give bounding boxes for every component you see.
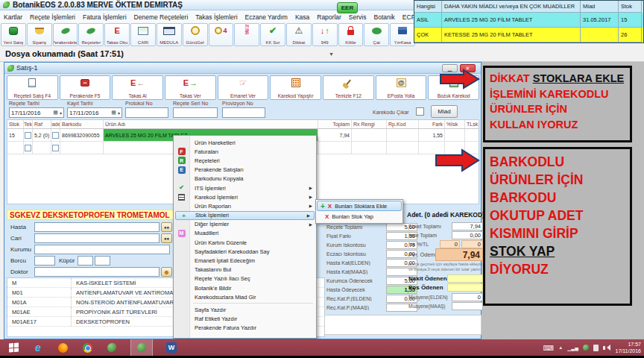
- menu-kartlar[interactable]: Kartlar: [0, 13, 26, 21]
- siparis-button[interactable]: Sipariş: [27, 23, 52, 46]
- dikkat-button[interactable]: ⚠Dikkat: [286, 23, 312, 46]
- menu-fatura-islemleri[interactable]: Fatura İşlemleri: [79, 13, 130, 21]
- menu-item-urun-kartini-duzenle[interactable]: Ürün Kartını Düzenle: [174, 238, 316, 247]
- menu-item-raf-etiketi-yazdir[interactable]: Raf Etiketi Yazdır: [174, 315, 316, 324]
- receteli-satis-button[interactable]: Reçeteli Satış F4: [7, 75, 58, 100]
- menu-item-takaslarini-bul[interactable]: Takaslarını Bul: [174, 266, 316, 274]
- nakit-odenen-input[interactable]: [447, 274, 483, 283]
- cari-search-button[interactable]: ●●: [161, 233, 172, 243]
- submenu-item-stoklara-ekle[interactable]: +XBunları Stoklara Ekle: [317, 201, 402, 211]
- counter-button[interactable]: 741935: [234, 23, 259, 46]
- clock-4-button[interactable]: 4: [209, 23, 234, 46]
- takas-al-button[interactable]: E←Takas Al: [112, 75, 163, 100]
- menu-eczane-yardim[interactable]: Eczane Yardım: [242, 13, 291, 21]
- menu-item-urun-hareketleri[interactable]: Ürün Hareketleri: [174, 138, 316, 147]
- menu-botanik[interactable]: Botanik: [370, 13, 398, 21]
- takas-oku-button[interactable]: ETakas Oku: [104, 23, 130, 46]
- isk-pct-input[interactable]: 0: [440, 240, 460, 248]
- perakendeler-button[interactable]: Perakendeler: [53, 23, 78, 46]
- menu-servis[interactable]: Servis: [345, 13, 370, 21]
- menu-item-its-islemleri[interactable]: ✔ITS İşlemleri▶: [174, 183, 316, 192]
- hasta-search-button[interactable]: ●●: [161, 222, 172, 232]
- tek-checkbox[interactable]: [25, 145, 31, 151]
- takas-ver-button[interactable]: E→Takas Ver: [165, 75, 216, 100]
- menu-item-recete-yazili-ilaci-sec[interactable]: Reçete Yazılı İlacı Seç: [174, 274, 316, 283]
- menu-item-muadilleri[interactable]: MMuadilleri: [174, 229, 316, 238]
- recete-seri-no-input[interactable]: [173, 107, 218, 118]
- menu-deneme-receteleri[interactable]: Deneme Reçeteleri: [130, 13, 192, 21]
- cari-input[interactable]: [34, 233, 160, 243]
- taskbar-clock[interactable]: 17:57 17/11/2016: [615, 341, 641, 354]
- isk-tl-input[interactable]: 0: [461, 240, 483, 248]
- cat-button[interactable]: Çat: [364, 23, 389, 46]
- kk-sor-button[interactable]: ✔KK Sor: [260, 23, 285, 46]
- karekodu-cikar-checkbox[interactable]: [416, 107, 424, 116]
- tray-flag-icon[interactable]: [593, 345, 599, 351]
- speaker-icon[interactable]: [603, 345, 610, 351]
- menu-item-botanike-bildir[interactable]: Botanik'e Bildir: [174, 283, 316, 292]
- taskbar-app-green[interactable]: [106, 342, 118, 354]
- karekod-yapistir-button[interactable]: Karekod Yapıştır: [270, 75, 321, 100]
- network-signal-icon[interactable]: ▁▃▅: [567, 345, 578, 351]
- kayit-tarihi-input[interactable]: 17/11/2016▦▾: [67, 107, 122, 118]
- temizle-button[interactable]: Temizle F12: [323, 75, 374, 100]
- borcu-input[interactable]: [34, 256, 55, 266]
- menu-item-sayfadakileri-karekoddan-say[interactable]: Sayfadakileri Karekoddan Say: [174, 247, 316, 256]
- menu-item-faturalari[interactable]: FFaturaları: [174, 147, 316, 156]
- chevron-up-icon[interactable]: ▲: [558, 345, 563, 350]
- menu-item-karekod-islemleri[interactable]: Karekod İşlemleri▶: [174, 192, 316, 201]
- taskbar-botanikeos-active[interactable]: [130, 339, 153, 356]
- doktor-input[interactable]: [34, 267, 160, 277]
- taskbar-chrome[interactable]: [81, 342, 93, 354]
- menu-item-barkodunu-kopyala[interactable]: Barkodunu Kopyala: [174, 175, 316, 183]
- iade-checkbox[interactable]: [52, 132, 59, 139]
- kupur-input-2[interactable]: [95, 256, 110, 266]
- receteler-button[interactable]: Reçeteler: [78, 23, 104, 46]
- start-button[interactable]: [7, 342, 19, 354]
- submenu-item-stok-yap[interactable]: XBunları Stok Yap: [317, 211, 402, 222]
- perakende-button[interactable]: ▪▪Perakende F5: [60, 75, 111, 100]
- eposta-yolla-button[interactable]: @EPosta Yolla: [376, 75, 427, 100]
- taskbar-firefox[interactable]: [57, 342, 69, 354]
- provizyon-no-input[interactable]: [222, 107, 265, 118]
- emanet-ver-button[interactable]: ☞Emanet Ver: [218, 75, 269, 100]
- yazarkasa-button[interactable]: YzrKasa: [390, 23, 415, 46]
- medula-button[interactable]: MEDULA: [157, 23, 182, 46]
- protokol-no-input[interactable]: [125, 107, 168, 118]
- chevron-down-icon[interactable]: ▼: [329, 51, 334, 57]
- iade-checkbox[interactable]: [52, 145, 59, 151]
- menu-item-sayfa-yazdir[interactable]: Sayfa Yazdır: [174, 305, 316, 314]
- kurumu-input[interactable]: [34, 245, 170, 254]
- recete-tarihi-input[interactable]: 17/11/2016▦▾: [9, 107, 64, 118]
- miad-button[interactable]: Miad: [431, 105, 458, 118]
- kilitle-button[interactable]: Kilitle: [338, 23, 364, 46]
- yeni-satis-button[interactable]: Yeni Satış: [1, 23, 26, 46]
- menu-ecp[interactable]: ECP: [399, 13, 414, 21]
- pos-odenen-input[interactable]: [447, 283, 483, 292]
- menu-kasa[interactable]: Kasa: [291, 13, 313, 21]
- menu-item-diger-islemler[interactable]: Diğer İşlemler▶: [174, 220, 316, 229]
- muadil-row-cok[interactable]: ÇOK KETESSE 25 MG 20 FİLM TABLET 26: [414, 28, 643, 43]
- menu-item-urun-raporlari[interactable]: Ürün Raporları▶: [174, 201, 316, 210]
- tab-satis-1[interactable]: Satış-1: [16, 64, 38, 72]
- menu-item-karekodsuzlara-miad-gir[interactable]: Karekodsuzlara Miad Gir: [174, 292, 316, 301]
- menu-item-receteleri[interactable]: RReçeteleri: [174, 156, 316, 165]
- btn-949[interactable]: ↓↑949: [312, 23, 338, 46]
- menu-item-perakende-satislari[interactable]: EPerakende Satışları: [174, 166, 316, 175]
- gunugel-button[interactable]: GünüGel: [183, 23, 208, 46]
- cari-button[interactable]: CARI: [130, 23, 156, 46]
- taskbar-word[interactable]: W: [165, 342, 177, 354]
- doktor-select-button[interactable]: ☻: [161, 267, 172, 277]
- menu-item-perakende-fatura-yazdir[interactable]: Perakende Fatura Yazdır: [174, 324, 316, 333]
- menu-recete-islemleri[interactable]: Reçete İşlemleri: [26, 13, 79, 21]
- hasta-input[interactable]: [34, 222, 160, 232]
- tek-checkbox[interactable]: [25, 132, 31, 139]
- muadil-row-asil[interactable]: ASIL ARVELES 25 MG 20 FİLM TABLET 31.05.…: [414, 13, 643, 28]
- menu-takas-islemleri[interactable]: Takas İşlemleri: [192, 13, 241, 21]
- menu-item-stok-islemleri[interactable]: +Stok İşlemleri▶: [175, 211, 315, 220]
- keyboard-icon[interactable]: ⌨: [543, 344, 554, 352]
- taskbar-ie[interactable]: e: [32, 342, 44, 354]
- menu-raporlar[interactable]: Raporlar: [313, 13, 345, 21]
- menu-item-emaneti-iptali-edecegim[interactable]: Emaneti İptali Edeceğim: [174, 256, 316, 265]
- tray-green-icon[interactable]: [583, 345, 589, 351]
